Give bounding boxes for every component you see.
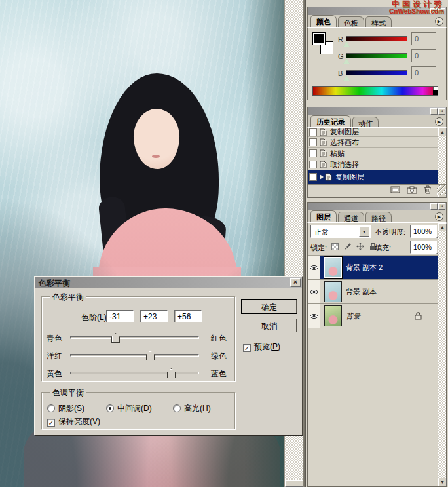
magenta-green-slider[interactable] — [70, 354, 199, 357]
layer-row-selected[interactable]: 背景 副本 2 — [308, 256, 438, 280]
yellow-blue-slider[interactable] — [70, 372, 199, 374]
tab-channels[interactable]: 通道 — [338, 212, 364, 222]
close-icon[interactable]: × — [290, 278, 301, 287]
eye-icon — [309, 313, 319, 319]
scroll-down-button[interactable] — [285, 480, 303, 487]
blue-value-field[interactable]: 0 — [411, 66, 436, 79]
tab-paths[interactable]: 路径 — [365, 212, 392, 222]
history-step[interactable]: 粘贴 — [308, 148, 438, 159]
tab-styles[interactable]: 样式 — [365, 16, 392, 27]
shadows-radio[interactable]: 阴影(S) — [47, 403, 84, 414]
tab-actions[interactable]: 动作 — [352, 117, 379, 127]
red-slider[interactable] — [346, 36, 407, 41]
lock-position-move-icon[interactable] — [356, 243, 364, 250]
green-slider-thumb[interactable] — [343, 58, 350, 64]
black-swatch[interactable] — [433, 90, 438, 95]
visibility-toggle[interactable] — [308, 256, 320, 279]
channel-label-r: R — [338, 35, 343, 43]
history-palette-titlebar[interactable]: − × — [307, 107, 447, 115]
new-document-from-state-icon[interactable] — [390, 186, 400, 194]
opacity-field[interactable]: 100% — [410, 225, 436, 238]
cyan-red-level-field[interactable]: -31 — [106, 310, 134, 322]
visibility-toggle[interactable] — [308, 304, 320, 328]
chevron-down-icon[interactable]: ▼ — [359, 226, 369, 237]
close-icon[interactable]: × — [438, 203, 445, 210]
red-value-field[interactable]: 0 — [411, 32, 436, 45]
minimize-icon[interactable]: − — [430, 203, 438, 210]
blue-slider-thumb[interactable] — [343, 75, 350, 81]
midtones-radio[interactable]: 中间调(D) — [106, 403, 152, 414]
history-source-checkbox[interactable] — [309, 149, 317, 157]
palette-resize-grip[interactable] — [437, 185, 446, 195]
palette-menu-icon[interactable]: ▶ — [435, 212, 443, 221]
blend-mode-select[interactable]: 正常 ▼ — [310, 225, 371, 238]
history-source-checkbox[interactable] — [309, 173, 317, 181]
fill-field[interactable]: 100% — [410, 241, 436, 254]
scroll-up-icon[interactable]: ▲ — [438, 128, 447, 136]
magenta-green-slider-thumb[interactable] — [146, 351, 155, 360]
history-step[interactable]: 复制图层 — [308, 128, 438, 137]
history-source-checkbox[interactable] — [309, 138, 317, 146]
minimize-icon[interactable]: − — [430, 108, 438, 115]
cyan-red-slider-thumb[interactable] — [111, 333, 120, 343]
tab-layers[interactable]: 图层 — [310, 210, 337, 222]
palette-menu-icon[interactable]: ▶ — [435, 117, 443, 126]
cyan-label: 青色 — [47, 333, 62, 344]
channel-label-b: B — [338, 69, 343, 77]
red-slider-thumb[interactable] — [343, 41, 350, 47]
tab-history[interactable]: 历史记录 — [310, 115, 351, 127]
preserve-luminosity-checkbox[interactable]: ✓保持亮度(V) — [47, 416, 100, 427]
layer-row[interactable]: 背景 副本 — [308, 280, 438, 304]
photo-subject-face — [134, 109, 179, 169]
red-label: 红色 — [211, 333, 227, 344]
photoshop-screen: − × 颜色 色板 样式 ▶ R 0 G — [0, 0, 448, 487]
lock-transparency-icon[interactable] — [331, 243, 339, 250]
check-icon: ✓ — [47, 419, 55, 427]
photo-subject-hair — [100, 73, 219, 267]
layer-thumbnail[interactable] — [324, 257, 342, 278]
layer-row-background[interactable]: 背景 — [308, 304, 438, 328]
layer-thumbnail[interactable] — [324, 305, 342, 326]
layers-scrollbar[interactable]: ▲ ▼ — [438, 223, 446, 486]
history-step-selected[interactable]: 复制图层 — [308, 170, 438, 184]
foreground-color-swatch[interactable] — [312, 32, 326, 45]
layers-palette-titlebar[interactable]: − × — [307, 202, 447, 210]
new-snapshot-camera-icon[interactable] — [407, 186, 417, 194]
color-palette: − × 颜色 色板 样式 ▶ R 0 G — [307, 7, 447, 100]
cancel-button[interactable]: 取消 — [242, 319, 297, 332]
layer-thumbnail[interactable] — [324, 281, 342, 302]
color-spectrum-ramp[interactable] — [312, 86, 438, 96]
history-state-icon — [320, 138, 327, 146]
history-source-checkbox[interactable] — [309, 161, 317, 168]
delete-trash-icon[interactable] — [424, 185, 432, 194]
site-watermark: 中国设计秀 CnWebShow.com — [389, 1, 444, 15]
tab-color[interactable]: 颜色 — [310, 15, 337, 27]
yellow-blue-level-field[interactable]: +56 — [174, 310, 202, 322]
layers-palette: − × 图层 通道 路径 ▶ 正常 ▼ 不透明度: 100% ▶ — [307, 202, 447, 487]
green-value-field[interactable]: 0 — [411, 49, 436, 62]
yellow-label: 黄色 — [47, 368, 62, 380]
cyan-red-slider[interactable] — [70, 336, 199, 339]
yellow-blue-slider-thumb[interactable] — [167, 368, 176, 378]
history-state-icon — [320, 128, 327, 136]
magenta-green-level-field[interactable]: +23 — [140, 310, 168, 322]
ok-button[interactable]: 确定 — [242, 300, 297, 313]
tab-swatches[interactable]: 色板 — [338, 16, 364, 27]
history-step[interactable]: 取消选择 — [308, 159, 438, 170]
visibility-toggle[interactable] — [308, 280, 320, 303]
history-source-checkbox[interactable] — [309, 128, 317, 136]
preview-checkbox[interactable]: ✓预览(P) — [243, 341, 280, 353]
dialog-titlebar[interactable]: 色彩平衡 × — [35, 277, 302, 288]
lock-paint-brush-icon[interactable] — [344, 243, 351, 250]
green-slider[interactable] — [346, 53, 407, 58]
blue-slider[interactable] — [346, 70, 407, 75]
tone-balance-group: 色调平衡 阴影(S) 中间调(D) 高光(H) ✓保持亮度(V) — [41, 392, 235, 429]
history-step[interactable]: 选择画布 — [308, 137, 438, 148]
magenta-label: 洋红 — [47, 351, 62, 362]
scroll-up-icon[interactable]: ▲ — [438, 223, 447, 231]
history-palette: − × 历史记录 动作 ▶ 复制图层 — [307, 107, 447, 198]
highlights-radio[interactable]: 高光(H) — [173, 403, 211, 414]
scroll-down-icon[interactable]: ▼ — [438, 478, 447, 486]
palette-menu-icon[interactable]: ▶ — [435, 17, 443, 26]
close-icon[interactable]: × — [438, 108, 445, 115]
